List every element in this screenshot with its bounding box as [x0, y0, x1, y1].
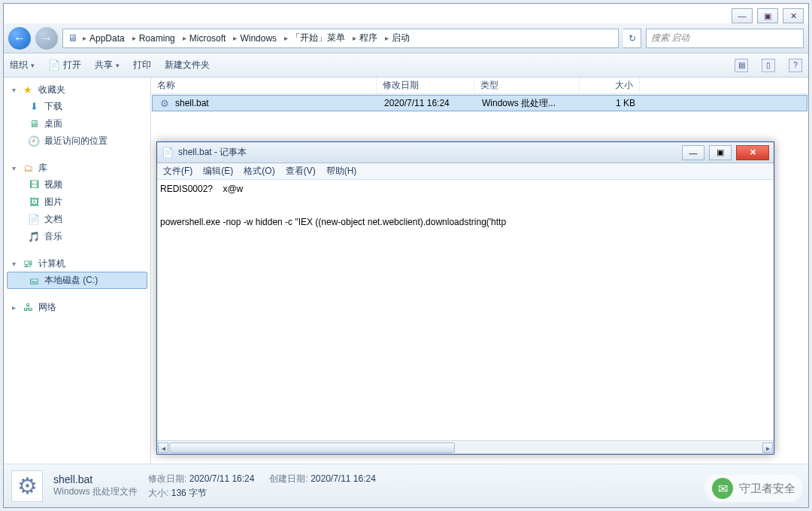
back-button[interactable]: ←: [8, 27, 31, 50]
menu-help[interactable]: 帮助(H): [326, 165, 357, 178]
scroll-right-button[interactable]: ▸: [762, 443, 773, 453]
breadcrumb-item[interactable]: AppData: [89, 33, 125, 44]
nav-item-downloads[interactable]: 下载: [7, 98, 147, 115]
breadcrumb-item[interactable]: 「开始」菜单: [291, 32, 345, 44]
notepad-window: shell.bat - 记事本 — ▣ ✕ 文件(F) 编辑(E) 格式(O) …: [156, 141, 774, 455]
help-button[interactable]: ?: [789, 59, 802, 72]
notepad-menubar: 文件(F) 编辑(E) 格式(O) 查看(V) 帮助(H): [157, 163, 774, 180]
file-row[interactable]: shell.bat 2020/7/11 16:24 Windows 批处理...…: [152, 95, 807, 111]
share-button[interactable]: 共享▾: [95, 59, 120, 71]
breadcrumb-item[interactable]: Microsoft: [189, 33, 226, 44]
notepad-close-button[interactable]: ✕: [736, 145, 769, 160]
chevron-right-icon: ▸: [83, 34, 86, 42]
nav-item-documents[interactable]: 文档: [7, 211, 147, 228]
chevron-right-icon: ▸: [233, 34, 237, 42]
maximize-button[interactable]: ▣: [757, 8, 778, 23]
breadcrumb[interactable]: ▸AppData ▸Roaming ▸Microsoft ▸Windows ▸「…: [62, 29, 619, 48]
file-date: 2020/7/11 16:24: [378, 98, 476, 108]
chevron-right-icon: ▸: [385, 34, 389, 42]
picture-icon: [28, 196, 40, 208]
view-options-button[interactable]: ▤: [735, 59, 748, 72]
file-type: Windows 批处理...: [476, 97, 581, 110]
notepad-title: shell.bat - 记事本: [178, 146, 677, 159]
scroll-left-button[interactable]: ◂: [158, 443, 168, 453]
col-name[interactable]: 名称: [151, 78, 377, 93]
breadcrumb-item[interactable]: 程序: [359, 32, 377, 44]
minimize-button[interactable]: —: [732, 8, 753, 23]
notepad-icon: [162, 147, 174, 159]
horizontal-scrollbar[interactable]: ◂ ▸: [157, 440, 774, 454]
column-headers[interactable]: 名称 修改日期 类型 大小: [151, 78, 808, 94]
details-filename: shell.bat: [53, 473, 138, 485]
disk-icon: [28, 275, 40, 287]
explorer-toolbar: 组织▾ 打开 共享▾ 打印 新建文件夹 ▤ ▯ ?: [4, 53, 808, 78]
nav-item-pictures[interactable]: 图片: [7, 193, 147, 211]
refresh-button[interactable]: ↻: [623, 29, 641, 48]
document-icon: [48, 59, 60, 71]
batch-file-icon: [159, 97, 171, 109]
organize-button[interactable]: 组织▾: [10, 59, 35, 71]
forward-button[interactable]: →: [35, 27, 58, 50]
nav-network-header[interactable]: ▸网络: [7, 300, 147, 315]
nav-libraries-header[interactable]: ▾库: [7, 160, 147, 176]
window-controls: — ▣ ✕: [732, 8, 804, 23]
open-button[interactable]: 打开: [48, 59, 81, 71]
computer-icon: [66, 32, 78, 44]
new-folder-button[interactable]: 新建文件夹: [165, 59, 210, 71]
details-created: 2020/7/11 16:24: [311, 473, 376, 484]
nav-item-desktop[interactable]: 桌面: [7, 115, 147, 132]
close-button[interactable]: ✕: [783, 8, 804, 23]
address-bar: ← → ▸AppData ▸Roaming ▸Microsoft ▸Window…: [4, 23, 808, 53]
details-modified: 2020/7/11 16:24: [189, 473, 255, 484]
file-name: shell.bat: [175, 98, 209, 108]
network-icon: [22, 302, 34, 314]
details-filetype: Windows 批处理文件: [53, 485, 138, 498]
chevron-right-icon: ▸: [132, 34, 136, 42]
navigation-pane[interactable]: ▾收藏夹 下载 桌面 最近访问的位置 ▾库 视频 图片 文档 音乐 ▾计算机 本…: [4, 78, 151, 464]
print-button[interactable]: 打印: [133, 59, 151, 71]
nav-item-local-disk-c[interactable]: 本地磁盘 (C:): [7, 272, 147, 289]
nav-computer-header[interactable]: ▾计算机: [7, 256, 147, 272]
nav-item-videos[interactable]: 视频: [7, 176, 147, 193]
scroll-thumb[interactable]: [169, 443, 455, 453]
menu-view[interactable]: 查看(V): [286, 165, 316, 178]
nav-favorites-header[interactable]: ▾收藏夹: [7, 82, 147, 98]
file-size: 1 KB: [581, 98, 641, 108]
notepad-titlebar[interactable]: shell.bat - 记事本 — ▣ ✕: [157, 142, 774, 163]
nav-item-music[interactable]: 音乐: [7, 228, 147, 245]
notepad-maximize-button[interactable]: ▣: [709, 145, 732, 160]
details-size: 136 字节: [171, 488, 207, 498]
breadcrumb-item[interactable]: 启动: [392, 32, 410, 44]
col-size[interactable]: 大小: [580, 78, 640, 93]
preview-pane-button[interactable]: ▯: [762, 59, 775, 72]
wechat-icon: ✉: [712, 478, 733, 499]
breadcrumb-item[interactable]: Windows: [240, 33, 277, 44]
document-icon: [28, 214, 40, 226]
menu-file[interactable]: 文件(F): [163, 165, 192, 178]
recent-icon: [28, 135, 40, 148]
breadcrumb-item[interactable]: Roaming: [139, 33, 175, 44]
watermark-text: 守卫者安全: [739, 482, 795, 496]
music-icon: [28, 231, 40, 243]
desktop-icon: [28, 118, 40, 130]
menu-format[interactable]: 格式(O): [244, 165, 274, 178]
chevron-right-icon: ▸: [353, 34, 356, 42]
notepad-minimize-button[interactable]: —: [682, 145, 704, 160]
chevron-right-icon: ▸: [284, 34, 288, 42]
computer-icon: [22, 258, 34, 270]
batch-file-icon: ⚙: [11, 470, 43, 502]
col-date[interactable]: 修改日期: [377, 78, 474, 93]
library-icon: [22, 163, 34, 175]
menu-edit[interactable]: 编辑(E): [203, 165, 233, 178]
col-type[interactable]: 类型: [474, 78, 580, 93]
chevron-right-icon: ▸: [183, 34, 186, 42]
search-input[interactable]: 搜索 启动: [646, 29, 804, 48]
download-icon: [28, 101, 40, 113]
watermark: ✉ 守卫者安全: [704, 475, 803, 502]
notepad-textarea[interactable]: REDIS0002? x@w powershell.exe -nop -w hi…: [157, 180, 774, 440]
nav-item-recent[interactable]: 最近访问的位置: [7, 132, 147, 150]
video-icon: [28, 179, 40, 191]
star-icon: [22, 84, 34, 96]
details-pane: ⚙ shell.bat Windows 批处理文件 修改日期: 2020/7/1…: [4, 464, 808, 507]
